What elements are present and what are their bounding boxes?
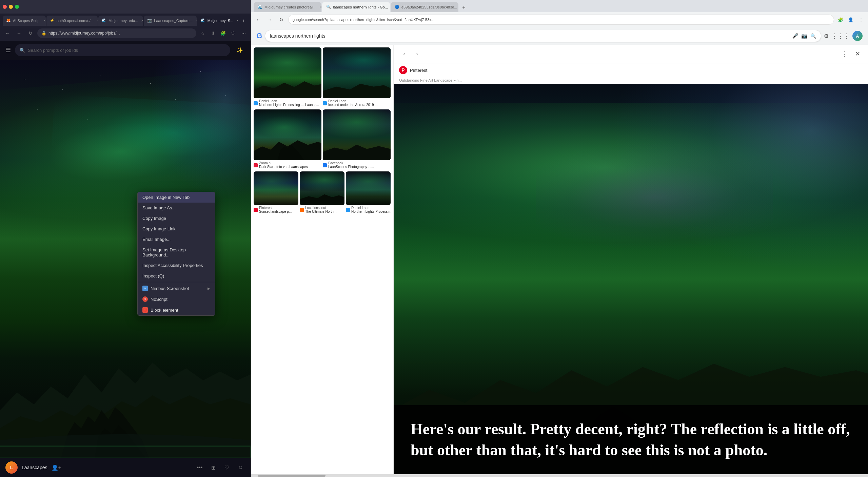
tab-close-2[interactable]: ✕ xyxy=(96,18,98,23)
more-icon[interactable]: ⋯ xyxy=(239,29,248,38)
add-user-icon[interactable]: 👤+ xyxy=(52,464,61,471)
open-image-new-tab-item[interactable]: Open Image in New Tab xyxy=(138,192,215,203)
detail-next-button[interactable]: › xyxy=(412,49,422,59)
new-tab-button[interactable]: + xyxy=(239,16,248,26)
maximize-button[interactable] xyxy=(15,5,19,9)
google-profile-avatar[interactable]: A xyxy=(852,31,863,41)
tab-close-1[interactable]: ✕ xyxy=(42,18,46,23)
extensions-icon[interactable]: 🧩 xyxy=(219,29,228,38)
email-image-item[interactable]: Email Image... xyxy=(138,234,215,245)
right-back-button[interactable]: ← xyxy=(254,15,263,24)
google-logo: G xyxy=(256,32,262,40)
tab-close-5[interactable]: ✕ xyxy=(235,18,239,23)
block-element-item[interactable]: ⛔ Block element xyxy=(138,305,215,315)
shield-icon[interactable]: 🛡 xyxy=(229,29,238,38)
tab-ai-scapes[interactable]: 🦊 AI Scapes Script ✕ xyxy=(3,16,46,26)
search-bar[interactable]: 🔍 Search prompts or job ids xyxy=(15,44,230,56)
google-camera-icon[interactable]: 📷 xyxy=(801,33,808,39)
bookmark-icon[interactable]: ☆ xyxy=(198,29,207,38)
window-controls xyxy=(3,5,19,9)
minimize-button[interactable] xyxy=(9,5,13,9)
tab-label-2: auth0.openai.com/u/... xyxy=(57,19,94,23)
source-title-7: Northern Lights Processin... xyxy=(351,210,391,214)
noscript-item[interactable]: S NoScript xyxy=(138,294,215,305)
google-search-icon[interactable]: 🔍 xyxy=(810,33,816,39)
grid-icon[interactable]: ⊞ xyxy=(209,463,218,472)
copy-image-link-label: Copy Image Link xyxy=(142,226,176,231)
copy-image-link-item[interactable]: Copy Image Link xyxy=(138,224,215,234)
copy-image-item[interactable]: Copy Image xyxy=(138,213,215,224)
scrollbar-thumb[interactable] xyxy=(258,475,326,477)
set-desktop-label: Set Image as Desktop Background... xyxy=(142,247,210,257)
image-thumb-sunset[interactable]: Pinterest Sunset landscape p... xyxy=(254,171,298,215)
google-settings-icon[interactable]: ⚙ xyxy=(824,33,829,39)
favicon-daniellaan-3 xyxy=(346,208,350,212)
detail-prev-button[interactable]: ‹ xyxy=(399,49,409,59)
google-apps-icon[interactable]: ⋮⋮⋮ xyxy=(831,32,850,40)
emoji-icon[interactable]: ☺ xyxy=(236,463,245,472)
set-desktop-item[interactable]: Set Image as Desktop Background... xyxy=(138,245,215,260)
tab-favicon-4: 📷 xyxy=(147,18,152,23)
tab-close-4[interactable]: ✕ xyxy=(195,18,197,23)
right-new-tab-button[interactable]: + xyxy=(459,3,469,12)
right-reload-button[interactable]: ↻ xyxy=(277,15,286,24)
download-icon[interactable]: ⬇ xyxy=(209,29,217,38)
right-tab-google[interactable]: 🔍 laanscapes northern lights - Go... ✕ xyxy=(322,2,390,12)
google-profile-area: ⚙ ⋮⋮⋮ A xyxy=(824,31,863,41)
detail-close-button[interactable]: ✕ xyxy=(852,49,863,59)
tab-laanscapes[interactable]: 📷 Laanscapes_Capture... ✕ xyxy=(144,16,196,26)
open-image-label: Open Image in New Tab xyxy=(142,195,190,200)
source-title-2: Iceland under the Aurora 2019 ... xyxy=(328,103,378,107)
favicon-zoom xyxy=(254,163,258,167)
right-content-area: Daniel Laan Northern Lights Processing —… xyxy=(251,45,868,474)
magic-wand-button[interactable]: ✨ xyxy=(234,45,245,56)
right-tab-e59[interactable]: 🔵 e59a8a62482531d1f0e9bc483d... ✕ xyxy=(391,2,458,12)
copy-image-label: Copy Image xyxy=(142,216,166,221)
google-search-input[interactable]: laanscapes northern lights 🎤 📷 🔍 xyxy=(265,30,821,42)
image-thumb-nl-processing-3[interactable]: Daniel Laan Northern Lights Processin... xyxy=(346,171,391,215)
left-browser-chrome: 🦊 AI Scapes Script ✕ ⚡ auth0.openai.com/… xyxy=(0,0,251,41)
right-profile[interactable]: 👤 xyxy=(846,15,855,24)
tab-favicon-2: ⚡ xyxy=(50,18,55,23)
image-thumb-nl-processing[interactable]: Daniel Laan Northern Lights Processing —… xyxy=(254,47,321,108)
inspect-q-item[interactable]: Inspect (Q) xyxy=(138,271,215,281)
tab-midjourney-s[interactable]: 🌊 Midjourney: S... ✕ xyxy=(197,16,239,26)
tab-label-4: Laanscapes_Capture... xyxy=(154,19,193,23)
google-mic-icon[interactable]: 🎤 xyxy=(792,33,798,39)
right-forward-button[interactable]: → xyxy=(265,15,275,24)
address-bar[interactable]: 🔒 https://www.midjourney.com/app/jobs/..… xyxy=(37,28,196,38)
hamburger-menu[interactable]: ☰ xyxy=(5,46,11,54)
right-favicon-3: 🔵 xyxy=(395,5,399,9)
inspect-q-label: Inspect (Q) xyxy=(142,273,164,278)
heart-icon[interactable]: ♡ xyxy=(222,463,232,472)
right-more[interactable]: ⋮ xyxy=(856,15,865,24)
image-thumb-iceland[interactable]: Daniel Laan Iceland under the Aurora 201… xyxy=(323,47,391,108)
email-image-label: Email Image... xyxy=(142,237,171,242)
search-placeholder: Search prompts or job ids xyxy=(28,48,78,53)
source-title-1: Northern Lights Processing — Laansc... xyxy=(259,103,319,107)
right-extensions[interactable]: 🧩 xyxy=(836,15,845,24)
favicon-pinterest xyxy=(254,208,258,212)
image-thumb-dark-star[interactable]: Zoom.nl Dark Star - foto van Laanscapes … xyxy=(254,109,321,170)
right-address-bar[interactable]: google.com/search?q=laanscapes+northern+… xyxy=(288,15,834,25)
inspect-accessibility-item[interactable]: Inspect Accessibility Properties xyxy=(138,260,215,271)
source-title-6: The Ultimate North... xyxy=(305,210,336,214)
back-button[interactable]: ← xyxy=(3,28,12,38)
forward-button[interactable]: → xyxy=(14,28,24,38)
tab-openai[interactable]: ⚡ auth0.openai.com/u/... ✕ xyxy=(46,16,98,26)
reload-button[interactable]: ↻ xyxy=(26,28,35,38)
tab-close-3[interactable]: ✕ xyxy=(140,18,143,23)
source-name-3: Zoom.nl xyxy=(259,161,312,165)
bottom-scrollbar[interactable] xyxy=(251,474,868,477)
close-button[interactable] xyxy=(3,5,7,9)
image-thumb-ultimate-north[interactable]: Locationscout The Ultimate North... xyxy=(300,171,344,215)
nimbus-screenshot-item[interactable]: N Nimbus Screenshot ▶ xyxy=(138,283,215,294)
tab-label-5: Midjourney: S... xyxy=(208,19,233,23)
save-image-item[interactable]: Save Image As... xyxy=(138,203,215,213)
image-thumb-laanscapes-photography[interactable]: Facebook LaanScapes Photography - .... xyxy=(323,109,391,170)
tab-midjourney-eda[interactable]: 🌊 Midjourney: eda... ✕ xyxy=(98,16,143,26)
detail-more-button[interactable]: ⋮ xyxy=(840,49,850,59)
right-tab-close-1[interactable]: ✕ xyxy=(318,5,321,9)
dots-menu-icon[interactable]: ••• xyxy=(195,463,204,472)
right-tab-midjourney[interactable]: 🌊 Midjourney creates photoreali... ✕ xyxy=(254,2,321,12)
